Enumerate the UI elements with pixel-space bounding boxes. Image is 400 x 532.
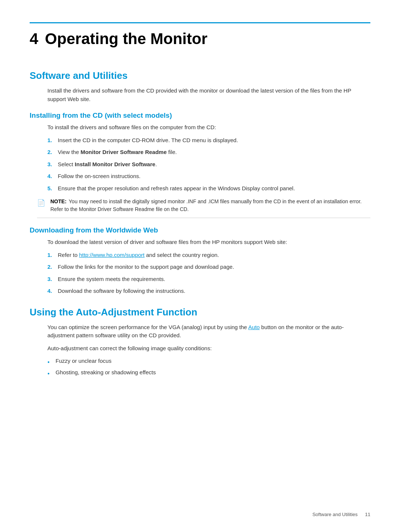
subsection-heading-cd: Installing from the CD (with select mode…: [30, 111, 370, 120]
bullet-item-2: ● Ghosting, streaking or shadowing effec…: [47, 368, 370, 377]
step-content-1: Insert the CD in the computer CD-ROM dri…: [58, 136, 370, 145]
note-label: NOTE:: [50, 198, 67, 204]
auto-intro1: You can optimize the screen performance …: [47, 323, 370, 340]
web-step-content-4: Download the software by following the i…: [58, 287, 370, 295]
page-footer: Software and Utilities 11: [312, 512, 370, 517]
web-step-content-2: Follow the links for the monitor to the …: [58, 263, 370, 271]
web-step-content-3: Ensure the system meets the requirements…: [58, 275, 370, 284]
web-step-2: 2. Follow the links for the monitor to t…: [47, 263, 370, 271]
section-software-utilities: Software and Utilities Install the drive…: [30, 70, 370, 295]
bullet-text-2: Ghosting, streaking or shadowing effects: [56, 368, 156, 377]
web-step-number-2: 2.: [47, 263, 58, 271]
web-step-4: 4. Download the software by following th…: [47, 287, 370, 295]
step-number-5: 5.: [47, 184, 58, 193]
cd-step-3: 3. Select Install Monitor Driver Softwar…: [47, 160, 370, 169]
auto-intro2: Auto-adjustment can correct the followin…: [47, 344, 370, 353]
step-content-4: Follow the on-screen instructions.: [58, 172, 370, 181]
section-auto-adjustment: Using the Auto-Adjustment Function You c…: [30, 307, 370, 377]
step-3-bold: Install Monitor Driver Software: [75, 161, 156, 167]
note-content: You may need to install the digitally si…: [50, 198, 361, 212]
step-3-after: .: [155, 161, 157, 167]
bullet-dot-1: ●: [47, 359, 51, 365]
hp-support-link[interactable]: http://www.hp.com/support: [79, 252, 145, 258]
footer-page-number: 11: [365, 512, 370, 517]
subsection-installing-cd: Installing from the CD (with select mode…: [30, 111, 370, 218]
bullet-item-1: ● Fuzzy or unclear focus: [47, 357, 370, 365]
step-content-5: Ensure that the proper resolution and re…: [58, 184, 370, 193]
cd-steps-list: 1. Insert the CD in the computer CD-ROM …: [47, 136, 370, 193]
software-intro: Install the drivers and software from th…: [47, 87, 370, 103]
web-step-1: 1. Refer to http://www.hp.com/support an…: [47, 251, 370, 260]
cd-step-2: 2. View the Monitor Driver Software Read…: [47, 148, 370, 157]
web-step-number-4: 4.: [47, 287, 58, 295]
cd-step-1: 1. Insert the CD in the computer CD-ROM …: [47, 136, 370, 145]
chapter-header: 4Operating the Monitor: [30, 22, 370, 48]
section-heading-software: Software and Utilities: [30, 70, 370, 81]
chapter-title: 4Operating the Monitor: [30, 30, 370, 48]
step-2-after: file.: [167, 149, 177, 155]
cd-intro: To install the drivers and software file…: [47, 123, 370, 132]
page-container: 4Operating the Monitor Software and Util…: [0, 0, 400, 409]
step-number-4: 4.: [47, 172, 58, 181]
cd-step-5: 5. Ensure that the proper resolution and…: [47, 184, 370, 193]
step-content-3: Select Install Monitor Driver Software.: [58, 160, 370, 169]
web-intro: To download the latest version of driver…: [47, 238, 370, 247]
step-number-2: 2.: [47, 148, 58, 157]
auto-bullets-list: ● Fuzzy or unclear focus ● Ghosting, str…: [47, 357, 370, 377]
bullet-dot-2: ●: [47, 371, 51, 376]
web-step-number-3: 3.: [47, 275, 58, 284]
step-2-bold: Monitor Driver Software Readme: [80, 149, 167, 155]
subsection-downloading-web: Downloading from the Worldwide Web To do…: [30, 226, 370, 295]
subsection-heading-web: Downloading from the Worldwide Web: [30, 226, 370, 234]
note-text: NOTE:You may need to install the digital…: [50, 198, 370, 213]
bullet-text-1: Fuzzy or unclear focus: [56, 357, 111, 365]
note-box-cd: 📄 NOTE:You may need to install the digit…: [37, 198, 370, 218]
section-heading-auto: Using the Auto-Adjustment Function: [30, 307, 370, 318]
chapter-title-text: Operating the Monitor: [45, 30, 207, 47]
note-icon: 📄: [37, 198, 47, 208]
step-number-1: 1.: [47, 136, 58, 145]
web-steps-list: 1. Refer to http://www.hp.com/support an…: [47, 251, 370, 295]
web-step-3: 3. Ensure the system meets the requireme…: [47, 275, 370, 284]
step-content-2: View the Monitor Driver Software Readme …: [58, 148, 370, 157]
auto-button-link[interactable]: Auto: [248, 324, 260, 330]
web-step-content-1: Refer to http://www.hp.com/support and s…: [58, 251, 370, 260]
web-step-1-after: and select the country region.: [144, 252, 219, 258]
footer-section-label: Software and Utilities: [312, 512, 357, 517]
cd-step-4: 4. Follow the on-screen instructions.: [47, 172, 370, 181]
web-step-number-1: 1.: [47, 251, 58, 260]
step-number-3: 3.: [47, 160, 58, 169]
chapter-number: 4: [30, 30, 38, 47]
